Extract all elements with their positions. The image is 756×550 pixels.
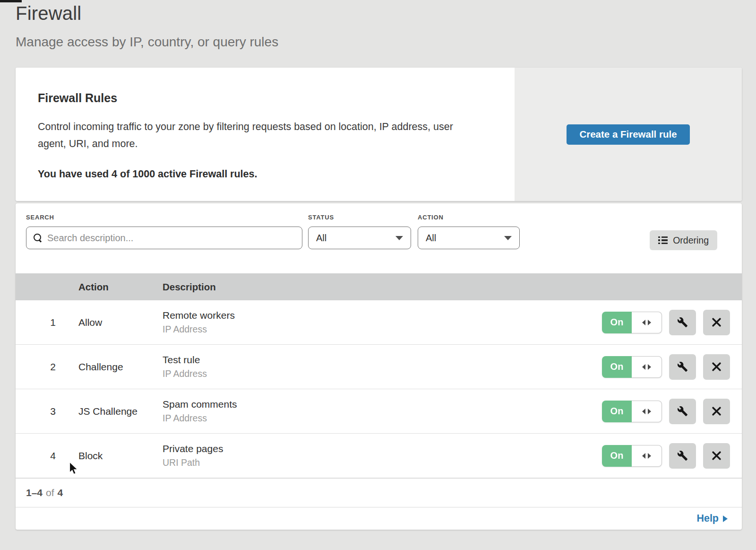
- toggle-handle[interactable]: [632, 445, 662, 467]
- rule-action: Block: [78, 450, 163, 462]
- rule-action: Challenge: [78, 361, 163, 373]
- rule-controls: On: [602, 310, 742, 335]
- pagination-total: 4: [58, 487, 63, 498]
- search-label: SEARCH: [26, 214, 54, 221]
- status-selected-value: All: [316, 233, 326, 244]
- delete-rule-button[interactable]: [703, 310, 730, 335]
- table-row: 3 JS Challenge Spam comments IP Address …: [16, 389, 742, 434]
- rule-match-type: IP Address: [163, 413, 602, 424]
- table-header: Action Description: [16, 273, 742, 300]
- rule-description: Remote workers: [163, 310, 602, 321]
- wrench-icon: [677, 361, 688, 372]
- overview-description: Control incoming traffic to your zone by…: [38, 118, 481, 152]
- help-row: Help: [16, 507, 742, 530]
- x-icon: [712, 406, 722, 416]
- rule-priority: 4: [16, 450, 78, 462]
- overview-text-panel: Firewall Rules Control incoming traffic …: [16, 68, 515, 201]
- triangle-left-icon: [642, 364, 645, 370]
- toggle-handle[interactable]: [632, 356, 662, 378]
- triangle-left-icon: [642, 320, 645, 325]
- ordering-label: Ordering: [673, 235, 709, 246]
- pagination-range: 1–4: [26, 487, 43, 498]
- help-link[interactable]: Help: [696, 513, 728, 524]
- table-row: 1 Allow Remote workers IP Address On: [16, 300, 742, 345]
- toggle-on-label: On: [602, 356, 632, 378]
- chevron-down-icon: [504, 236, 512, 240]
- column-action: Action: [78, 281, 163, 293]
- rule-enabled-toggle[interactable]: On: [602, 401, 662, 422]
- rule-enabled-toggle[interactable]: On: [602, 312, 662, 333]
- wrench-icon: [677, 317, 688, 328]
- create-firewall-rule-button[interactable]: Create a Firewall rule: [567, 124, 689, 145]
- ordering-button[interactable]: Ordering: [650, 230, 717, 250]
- toggle-handle[interactable]: [632, 401, 662, 422]
- rule-enabled-toggle[interactable]: On: [602, 356, 662, 378]
- overview-heading: Firewall Rules: [38, 91, 481, 105]
- firewall-page: Firewall Manage access by IP, country, o…: [0, 0, 756, 550]
- delete-rule-button[interactable]: [703, 443, 730, 469]
- rule-description-cell: Private pages URI Path: [163, 443, 602, 468]
- toggle-on-label: On: [602, 445, 632, 467]
- action-select[interactable]: All: [418, 227, 520, 249]
- rule-description-cell: Test rule IP Address: [163, 354, 602, 379]
- toggle-handle[interactable]: [632, 312, 662, 333]
- rule-enabled-toggle[interactable]: On: [602, 445, 662, 467]
- usage-note: You have used 4 of 1000 active Firewall …: [38, 168, 481, 180]
- edit-rule-button[interactable]: [669, 310, 696, 335]
- rule-controls: On: [602, 354, 742, 380]
- pagination: 1–4 of 4: [16, 478, 742, 507]
- search-input[interactable]: [47, 233, 302, 244]
- triangle-left-icon: [642, 453, 645, 459]
- page-title: Firewall: [16, 3, 278, 24]
- triangle-left-icon: [642, 409, 645, 414]
- search-icon: [34, 234, 42, 242]
- x-icon: [712, 451, 722, 461]
- x-icon: [712, 362, 722, 372]
- rule-match-type: IP Address: [163, 324, 602, 335]
- filters-bar: SEARCH STATUS ACTION All All Ordering: [16, 203, 742, 273]
- rule-description: Private pages: [163, 443, 602, 454]
- rule-controls: On: [602, 443, 742, 469]
- status-select[interactable]: All: [308, 227, 411, 249]
- rule-description-cell: Spam comments IP Address: [163, 399, 602, 424]
- screen-edge-artifact: [0, 0, 22, 2]
- edit-rule-button[interactable]: [669, 399, 696, 424]
- overview-action-panel: Create a Firewall rule: [515, 68, 742, 201]
- rule-description: Test rule: [163, 354, 602, 366]
- rule-description: Spam comments: [163, 399, 602, 410]
- rule-match-type: IP Address: [163, 368, 602, 379]
- triangle-right-icon: [648, 364, 651, 370]
- rule-description-cell: Remote workers IP Address: [163, 310, 602, 335]
- wrench-icon: [677, 406, 688, 417]
- rule-action: JS Challenge: [78, 406, 163, 417]
- edit-rule-button[interactable]: [669, 354, 696, 380]
- chevron-down-icon: [395, 236, 403, 240]
- delete-rule-button[interactable]: [703, 399, 730, 424]
- overview-card: Firewall Rules Control incoming traffic …: [16, 68, 742, 201]
- rule-match-type: URI Path: [163, 457, 602, 468]
- toggle-on-label: On: [602, 401, 632, 422]
- pagination-of: of: [46, 487, 54, 498]
- triangle-right-icon: [648, 453, 651, 459]
- delete-rule-button[interactable]: [703, 354, 730, 380]
- edit-rule-button[interactable]: [669, 443, 696, 469]
- status-label: STATUS: [308, 214, 334, 221]
- search-box[interactable]: [26, 227, 302, 249]
- action-selected-value: All: [426, 233, 436, 244]
- x-icon: [712, 317, 722, 327]
- page-header: Firewall Manage access by IP, country, o…: [16, 3, 278, 50]
- rule-action: Allow: [78, 317, 163, 328]
- triangle-right-icon: [723, 515, 728, 522]
- ordered-list-icon: [658, 236, 668, 244]
- rules-card: SEARCH STATUS ACTION All All Ordering: [16, 203, 742, 530]
- rule-priority: 3: [16, 406, 78, 417]
- triangle-right-icon: [648, 409, 651, 414]
- toggle-on-label: On: [602, 312, 632, 333]
- table-row: 4 Block Private pages URI Path On: [16, 434, 742, 478]
- triangle-right-icon: [648, 320, 651, 325]
- table-row: 2 Challenge Test rule IP Address On: [16, 345, 742, 389]
- rule-controls: On: [602, 399, 742, 424]
- wrench-icon: [677, 450, 688, 461]
- column-description: Description: [163, 281, 742, 293]
- help-label: Help: [696, 513, 719, 524]
